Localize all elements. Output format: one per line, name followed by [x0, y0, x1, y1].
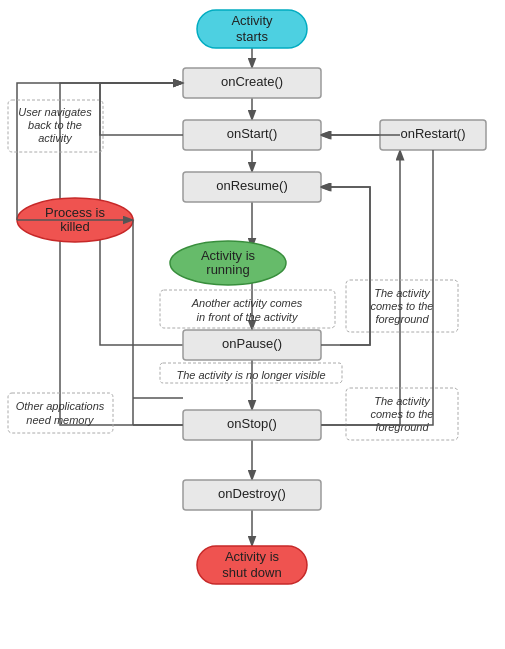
onresume-label: onResume() — [216, 178, 288, 193]
another-activity-text2: in front of the activity — [197, 311, 299, 323]
no-longer-visible-text: The activity is no longer visible — [176, 369, 325, 381]
foreground1-text3: foreground — [375, 313, 429, 325]
onpause-label: onPause() — [222, 336, 282, 351]
activity-starts-label2: starts — [236, 29, 268, 44]
activity-running-label1: Activity is — [201, 248, 256, 263]
user-navigates-text3: activity — [38, 132, 73, 144]
activity-shutdown-label1: Activity is — [225, 549, 280, 564]
process-killed-label1: Process is — [45, 205, 105, 220]
activity-shutdown-label2: shut down — [222, 565, 281, 580]
user-navigates-text1: User navigates — [18, 106, 92, 118]
foreground1-text1: The activity — [374, 287, 431, 299]
onstop-label: onStop() — [227, 416, 277, 431]
user-navigates-text2: back to the — [28, 119, 82, 131]
foreground1-text2: comes to the — [371, 300, 434, 312]
arrow-foreground1-to-onresume — [320, 187, 370, 345]
oncreate-label: onCreate() — [221, 74, 283, 89]
foreground2-text3: foreground — [375, 421, 429, 433]
other-apps-text1: Other applications — [16, 400, 105, 412]
onrestart-label: onRestart() — [400, 126, 465, 141]
activity-running-label2: running — [206, 262, 249, 277]
foreground2-text2: comes to the — [371, 408, 434, 420]
foreground2-text1: The activity — [374, 395, 431, 407]
other-apps-text2: need memory — [26, 414, 95, 426]
activity-starts-label: Activity — [231, 13, 273, 28]
onstart-label: onStart() — [227, 126, 278, 141]
another-activity-text1: Another activity comes — [191, 297, 303, 309]
ondestroy-label: onDestroy() — [218, 486, 286, 501]
arrow-user-nav — [100, 83, 183, 135]
process-killed-label2: killed — [60, 219, 90, 234]
